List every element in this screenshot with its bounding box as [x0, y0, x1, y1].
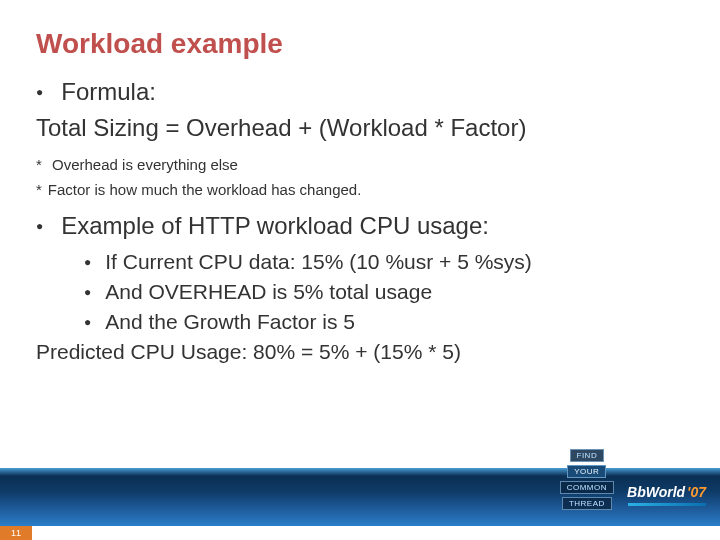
tagline-word: THREAD	[562, 497, 612, 510]
bullet-icon: ●	[84, 286, 91, 298]
brand-year: '07	[687, 484, 706, 500]
brand-logo: BbWorld '07	[627, 484, 706, 500]
brand-underline	[628, 503, 706, 506]
asterisk-icon: *	[36, 181, 42, 198]
sub-bullet-text: If Current CPU data: 15% (10 %usr + 5 %s…	[105, 250, 532, 274]
footer-band: FIND YOUR COMMON THREAD BbWorld '07	[0, 468, 720, 526]
bullet-icon: ●	[84, 256, 91, 268]
bullet-formula: ● Formula:	[36, 78, 684, 106]
bullet-text: Example of HTTP workload CPU usage:	[61, 212, 489, 240]
footnote-text: Factor is how much the workload has chan…	[48, 181, 362, 198]
tagline-block: FIND YOUR COMMON THREAD	[560, 449, 614, 510]
footnote-overhead: * Overhead is everything else	[36, 156, 684, 173]
bullet-icon: ●	[36, 86, 43, 98]
tagline-word: YOUR	[567, 465, 606, 478]
page-number: 11	[0, 526, 32, 540]
footnote-text: Overhead is everything else	[52, 156, 238, 173]
sub-bullet: ● And the Growth Factor is 5	[84, 310, 684, 334]
footnote-factor: *Factor is how much the workload has cha…	[36, 181, 684, 198]
bullet-icon: ●	[84, 316, 91, 328]
predicted-result: Predicted CPU Usage: 80% = 5% + (15% * 5…	[36, 340, 684, 364]
asterisk-icon: *	[36, 156, 42, 173]
bullet-text: Formula:	[61, 78, 156, 106]
bullet-example: ● Example of HTTP workload CPU usage:	[36, 212, 684, 240]
sub-bullet-text: And OVERHEAD is 5% total usage	[105, 280, 432, 304]
sub-bullet-text: And the Growth Factor is 5	[105, 310, 355, 334]
sub-bullets: ● If Current CPU data: 15% (10 %usr + 5 …	[36, 250, 684, 334]
bullet-icon: ●	[36, 220, 43, 232]
slide-content: ● Formula: Total Sizing = Overhead + (Wo…	[0, 60, 720, 364]
slide: Workload example ● Formula: Total Sizing…	[0, 0, 720, 540]
tagline-word: FIND	[570, 449, 605, 462]
slide-title: Workload example	[0, 0, 720, 60]
formula-equation: Total Sizing = Overhead + (Workload * Fa…	[36, 114, 684, 142]
brand-text: BbWorld	[627, 484, 685, 500]
tagline-word: COMMON	[560, 481, 614, 494]
sub-bullet: ● If Current CPU data: 15% (10 %usr + 5 …	[84, 250, 684, 274]
sub-bullet: ● And OVERHEAD is 5% total usage	[84, 280, 684, 304]
